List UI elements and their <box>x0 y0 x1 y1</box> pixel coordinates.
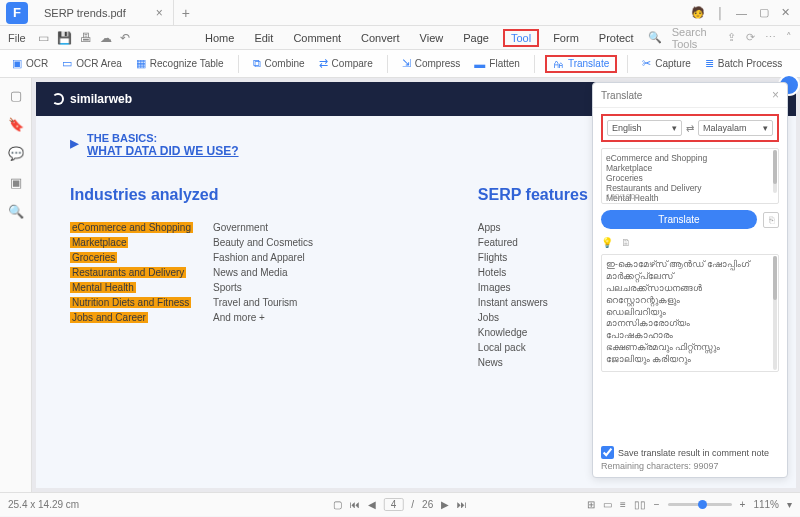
collapse-icon[interactable]: ˄ <box>786 31 792 44</box>
swap-languages-icon[interactable]: ⇄ <box>686 123 694 134</box>
similarweb-logo-icon <box>52 93 64 105</box>
fit-icon[interactable]: ⊞ <box>587 499 595 510</box>
last-page-icon[interactable]: ⏭ <box>457 499 467 510</box>
menu-convert[interactable]: Convert <box>355 30 406 46</box>
close-panel-icon[interactable]: × <box>772 88 779 102</box>
list-item: Restaurants and Delivery <box>70 267 186 278</box>
tool-capture[interactable]: ✂Capture <box>638 55 695 72</box>
zoom-slider[interactable] <box>668 503 732 506</box>
tool-translate[interactable]: 🗛Translate <box>545 55 617 73</box>
col-industries: Industries analyzed eCommerce and Shoppi… <box>70 186 468 368</box>
brand-name: similarweb <box>70 92 132 106</box>
minimize-icon[interactable]: — <box>736 7 747 19</box>
maximize-icon[interactable]: ▢ <box>759 6 769 19</box>
tool-compare[interactable]: ⇄Compare <box>315 55 377 72</box>
search-panel-icon[interactable]: 🔍 <box>8 204 24 219</box>
avatar-icon[interactable]: 🧑 <box>691 6 705 19</box>
industries-plain-list: Government Beauty and Cosmetics Fashion … <box>213 222 313 323</box>
tool-batch[interactable]: ≣Batch Process <box>701 55 786 72</box>
source-scrollbar[interactable] <box>773 150 777 193</box>
chevron-down-icon: ▾ <box>763 123 768 133</box>
triangle-icon: ▸ <box>70 132 79 154</box>
translate-icon: 🗛 <box>553 58 564 70</box>
menu-page[interactable]: Page <box>457 30 495 46</box>
next-page-icon[interactable]: ▶ <box>441 499 449 510</box>
lightbulb-icon[interactable]: 💡 <box>601 237 613 248</box>
search-icon[interactable]: 🔍 <box>648 31 662 44</box>
left-sidebar: ▢ 🔖 💬 ▣ 🔍 <box>0 78 32 492</box>
menubar: File ▭ 💾 🖶 ☁ ↶ Home Edit Comment Convert… <box>0 26 800 50</box>
list-item: Jobs and Career <box>70 312 148 323</box>
list-item: News and Media <box>213 267 313 278</box>
list-item: Sports <box>213 282 313 293</box>
tool-recognize-table[interactable]: ▦Recognize Table <box>132 55 228 72</box>
divider: │ <box>717 7 724 19</box>
undo-icon[interactable]: ↶ <box>120 31 130 45</box>
open-icon[interactable]: ▭ <box>38 31 49 45</box>
save-result-checkbox[interactable] <box>601 446 614 459</box>
comments-icon[interactable]: 💬 <box>8 146 24 161</box>
source-line: Groceries <box>606 173 774 183</box>
tool-combine[interactable]: ⧉Combine <box>249 55 309 72</box>
translate-button[interactable]: Translate <box>601 210 757 229</box>
document-tab[interactable]: SERP trends.pdf × <box>34 0 174 25</box>
close-tab-icon[interactable]: × <box>156 6 163 20</box>
menu-tool[interactable]: Tool <box>503 29 539 47</box>
first-page-icon[interactable]: ⏮ <box>350 499 360 510</box>
zoom-out-icon[interactable]: − <box>654 499 660 510</box>
page-mode-icon[interactable]: ▢ <box>333 499 342 510</box>
tool-flatten[interactable]: ▬Flatten <box>470 56 524 72</box>
menu-protect[interactable]: Protect <box>593 30 640 46</box>
menu-view[interactable]: View <box>414 30 450 46</box>
attachments-icon[interactable]: ▣ <box>10 175 22 190</box>
search-tools-label[interactable]: Search Tools <box>672 26 717 50</box>
menu-file[interactable]: File <box>8 32 26 44</box>
capture-icon: ✂ <box>642 57 651 70</box>
list-item: eCommerce and Shopping <box>70 222 193 233</box>
app-logo: F <box>6 2 28 24</box>
tool-ocr-area[interactable]: ▭OCR Area <box>58 55 126 72</box>
prev-page-icon[interactable]: ◀ <box>368 499 376 510</box>
chevron-down-icon[interactable]: ▾ <box>787 499 792 510</box>
zoom-in-icon[interactable]: + <box>740 499 746 510</box>
list-item: Groceries <box>70 252 117 263</box>
print-icon[interactable]: 🖶 <box>80 31 92 45</box>
close-window-icon[interactable]: ✕ <box>781 6 790 19</box>
list-item: Fashion and Apparel <box>213 252 313 263</box>
tab-title: SERP trends.pdf <box>44 7 126 19</box>
page-current-input[interactable]: 4 <box>384 498 404 511</box>
share-icon[interactable]: ⇪ <box>727 31 736 44</box>
copy-button[interactable]: ⎘ <box>763 212 779 228</box>
output-text-box[interactable]: ഇ-കൊമേഴ്‌സ് ആൻഡ് ഷോപ്പിംഗ് മാർക്കറ്റ്പ്ല… <box>601 254 779 372</box>
more-icon[interactable]: ⋯ <box>765 31 776 44</box>
page-dimensions: 25.4 x 14.29 cm <box>8 499 79 510</box>
cloud-icon[interactable]: ☁ <box>100 31 112 45</box>
output-scrollbar[interactable] <box>773 256 777 370</box>
compress-icon: ⇲ <box>402 57 411 70</box>
list-item: Mental Health <box>70 282 136 293</box>
save-icon[interactable]: 💾 <box>57 31 72 45</box>
thumbnails-icon[interactable]: ▢ <box>10 88 22 103</box>
menu-form[interactable]: Form <box>547 30 585 46</box>
lang-to-select[interactable]: Malayalam ▾ <box>698 120 773 136</box>
tool-ocr[interactable]: ▣OCR <box>8 55 52 72</box>
lang-from-select[interactable]: English ▾ <box>607 120 682 136</box>
ocr-area-icon: ▭ <box>62 57 72 70</box>
language-selector-row: English ▾ ⇄ Malayalam ▾ <box>601 114 779 142</box>
toolbar: ▣OCR ▭OCR Area ▦Recognize Table ⧉Combine… <box>0 50 800 78</box>
doc-icon[interactable]: 🗎 <box>621 237 631 248</box>
new-tab-button[interactable]: + <box>174 5 198 21</box>
source-text-box[interactable]: eCommerce and Shopping Marketplace Groce… <box>601 148 779 204</box>
menu-edit[interactable]: Edit <box>248 30 279 46</box>
tool-compress[interactable]: ⇲Compress <box>398 55 465 72</box>
menu-comment[interactable]: Comment <box>287 30 347 46</box>
basics-label: THE BASICS: <box>87 132 239 144</box>
menu-home[interactable]: Home <box>199 30 240 46</box>
view-single-icon[interactable]: ▭ <box>603 499 612 510</box>
refresh-icon[interactable]: ⟳ <box>746 31 755 44</box>
view-scroll-icon[interactable]: ≡ <box>620 499 626 510</box>
chevron-down-icon: ▾ <box>672 123 677 133</box>
view-double-icon[interactable]: ▯▯ <box>634 499 646 510</box>
titlebar: F SERP trends.pdf × + 🧑 │ — ▢ ✕ <box>0 0 800 26</box>
bookmarks-icon[interactable]: 🔖 <box>8 117 24 132</box>
